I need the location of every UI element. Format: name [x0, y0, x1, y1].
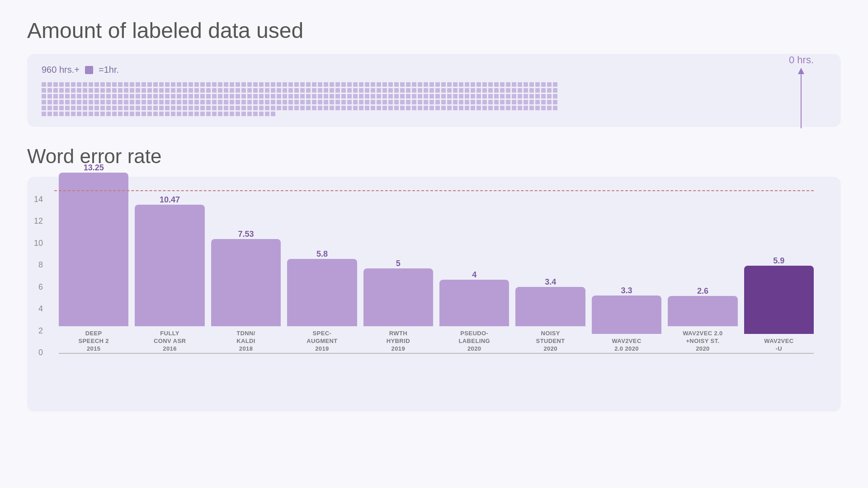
data-dot	[541, 100, 546, 104]
data-dot	[288, 88, 293, 93]
data-dot	[529, 106, 534, 110]
data-dot	[42, 82, 46, 87]
data-dot	[200, 82, 205, 87]
data-dot	[447, 82, 452, 87]
data-dot	[435, 82, 440, 87]
data-dot	[535, 94, 540, 99]
data-dot	[359, 100, 363, 104]
bar-value-pseudo-labeling: 4	[472, 270, 476, 280]
data-dot	[424, 82, 428, 87]
data-dot	[130, 94, 134, 99]
data-dot	[377, 88, 381, 93]
data-dot	[265, 112, 269, 116]
data-dot	[59, 112, 64, 116]
data-dot	[83, 82, 87, 87]
data-dot	[341, 88, 346, 93]
data-dot	[365, 94, 369, 99]
data-dot	[165, 106, 170, 110]
data-dot	[200, 88, 205, 93]
data-dot	[488, 88, 493, 93]
data-dot	[83, 106, 87, 110]
data-dot	[453, 106, 458, 110]
data-dot	[453, 94, 458, 99]
data-dot	[224, 94, 228, 99]
data-dot	[224, 100, 228, 104]
data-dot	[353, 106, 358, 110]
data-dot	[412, 88, 416, 93]
data-dot	[259, 112, 264, 116]
data-dot	[330, 82, 334, 87]
data-panel: 960 hrs.+ =1hr. 0 hrs.	[27, 54, 841, 127]
data-dot	[124, 106, 128, 110]
data-dot	[247, 106, 252, 110]
data-dot	[224, 112, 228, 116]
bar-value-spec-augment: 5.8	[316, 249, 328, 259]
data-dot	[330, 100, 334, 104]
data-dot	[200, 100, 205, 104]
data-dot	[271, 82, 275, 87]
data-dot	[189, 100, 193, 104]
data-dot	[47, 94, 52, 99]
bar-value-fully-conv-asr: 10.47	[160, 195, 180, 205]
y-label-4: 4	[34, 304, 43, 314]
data-dot	[482, 94, 487, 99]
data-dot	[94, 88, 99, 93]
data-dot	[482, 82, 487, 87]
data-dot	[424, 94, 428, 99]
bar-wav2vec-u	[744, 266, 814, 334]
data-dot	[71, 106, 75, 110]
bars-area: 13.25DEEP SPEECH 2 201510.47FULLY CONV A…	[59, 190, 814, 353]
data-dot	[136, 106, 140, 110]
data-dot	[318, 100, 322, 104]
bar-label-spec-augment: SPEC- AUGMENT 2019	[307, 330, 337, 353]
data-dot	[259, 82, 264, 87]
data-dot	[42, 88, 46, 93]
data-dot	[230, 94, 234, 99]
data-dot	[177, 112, 181, 116]
data-dot	[294, 106, 299, 110]
data-dot	[512, 94, 516, 99]
data-dot	[471, 88, 475, 93]
data-dot	[65, 106, 70, 110]
data-dot	[453, 88, 458, 93]
data-dot	[241, 94, 246, 99]
data-dot	[171, 112, 175, 116]
data-dot	[312, 82, 316, 87]
data-dot	[412, 94, 416, 99]
y-label-0: 0	[34, 348, 43, 357]
data-dot	[130, 112, 134, 116]
data-dot	[94, 106, 99, 110]
data-dot	[365, 106, 369, 110]
data-dot	[388, 94, 393, 99]
data-dot	[230, 82, 234, 87]
data-dot	[236, 88, 240, 93]
data-dot	[377, 94, 381, 99]
data-dot	[77, 112, 81, 116]
data-dot	[147, 82, 152, 87]
data-dot	[241, 100, 246, 104]
data-dot	[476, 88, 481, 93]
data-dot	[529, 100, 534, 104]
data-dot	[471, 100, 475, 104]
data-dot	[453, 82, 458, 87]
data-dot	[194, 112, 199, 116]
data-dot	[89, 94, 93, 99]
data-dot	[330, 106, 334, 110]
data-dot	[447, 94, 452, 99]
data-dot	[294, 82, 299, 87]
data-dot	[118, 106, 123, 110]
data-dot	[253, 106, 258, 110]
data-dot	[335, 100, 340, 104]
data-dot	[71, 112, 75, 116]
data-dot	[236, 82, 240, 87]
data-dot	[71, 82, 75, 87]
chart-section-title: Word error rate	[27, 145, 841, 168]
y-label-14: 14	[34, 195, 43, 204]
data-dot	[118, 94, 123, 99]
data-dot	[59, 82, 64, 87]
data-dot	[424, 100, 428, 104]
data-dot	[406, 94, 410, 99]
data-dot	[118, 100, 123, 104]
data-dot	[212, 88, 217, 93]
data-dot	[194, 94, 199, 99]
